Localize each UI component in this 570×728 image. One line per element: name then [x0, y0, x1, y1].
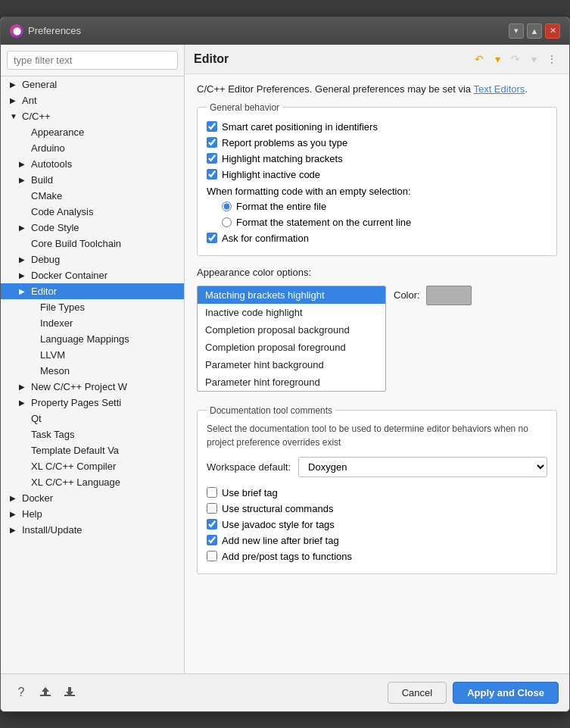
report-problems-label: Report problems as you type	[222, 137, 347, 148]
color-list-item-param-fg[interactable]: Parameter hint foreground	[198, 373, 385, 391]
sidebar-item-debug[interactable]: ▶ Debug	[1, 252, 184, 267]
sidebar-item-install-update[interactable]: ▶ Install/Update	[1, 522, 184, 538]
sidebar-item-core-build[interactable]: Core Build Toolchain	[1, 236, 184, 252]
sidebar-item-label: Debug	[31, 254, 60, 265]
arrow-icon: ▶	[19, 383, 28, 391]
arrow-icon: ▶	[10, 526, 19, 534]
sidebar-item-appearance[interactable]: Appearance	[1, 124, 184, 140]
highlight-brackets-checkbox[interactable]	[207, 153, 217, 164]
sidebar-item-task-tags[interactable]: Task Tags	[1, 426, 184, 442]
text-editors-link[interactable]: Text Editors	[473, 83, 525, 95]
color-list: Matching brackets highlight Inactive cod…	[197, 286, 386, 392]
sidebar-item-label: Help	[22, 508, 42, 520]
titlebar-controls: ▾ ▲ ✕	[509, 23, 560, 39]
color-list-item-completion-fg[interactable]: Completion proposal foreground	[198, 339, 385, 356]
maximize-button[interactable]: ▲	[527, 23, 542, 39]
sidebar-item-qt[interactable]: Qt	[1, 411, 184, 426]
editor-description: C/C++ Editor Preferences. General prefer…	[197, 83, 557, 95]
back-button[interactable]: ↶	[471, 51, 487, 67]
pre-post-tags-checkbox[interactable]	[207, 551, 217, 561]
dropdown-button[interactable]: ▾	[489, 51, 506, 67]
import-button[interactable]	[36, 683, 55, 702]
sidebar-item-cmake[interactable]: CMake	[1, 188, 184, 204]
sidebar-item-ant[interactable]: ▶ Ant	[1, 92, 184, 108]
panel-toolbar: ↶ ▾ ↷ ▾ ⋮	[471, 51, 560, 67]
arrow-icon: ▶	[19, 398, 28, 407]
color-list-item-param-bg[interactable]: Parameter hint background	[198, 356, 385, 373]
sidebar-item-editor[interactable]: ▶ Editor	[1, 283, 184, 299]
sidebar: ▶ General ▶ Ant ▼ C/C++ Appearance Ardui…	[1, 45, 185, 673]
workspace-select[interactable]: Doxygen Qt Javadoc	[298, 457, 547, 477]
bottom-right: Cancel Apply and Close	[388, 682, 559, 704]
editor-panel: Editor ↶ ▾ ↷ ▾ ⋮ C/C++ Editor Preference…	[185, 45, 569, 673]
appearance-color-section: Appearance color options: Matching brack…	[197, 267, 557, 395]
color-list-item-completion-bg[interactable]: Completion proposal background	[198, 321, 385, 339]
sidebar-item-file-types[interactable]: File Types	[1, 299, 184, 315]
checkbox-smart-caret: Smart caret positioning in identifiers	[207, 119, 547, 135]
color-label: Color:	[394, 289, 420, 301]
sidebar-item-meson[interactable]: Meson	[1, 363, 184, 379]
brief-tag-checkbox[interactable]	[207, 487, 217, 498]
help-button[interactable]: ?	[11, 683, 31, 702]
sidebar-item-help[interactable]: ▶ Help	[1, 506, 184, 522]
sidebar-item-llvm[interactable]: LLVM	[1, 347, 184, 363]
sidebar-item-code-style[interactable]: ▶ Code Style	[1, 220, 184, 236]
workspace-label: Workspace default:	[207, 461, 291, 473]
sidebar-item-build[interactable]: ▶ Build	[1, 172, 184, 188]
close-button[interactable]: ✕	[545, 23, 560, 39]
arrow-icon: ▶	[10, 80, 19, 89]
format-statement-radio[interactable]	[222, 217, 232, 227]
minimize-button[interactable]: ▾	[509, 23, 524, 39]
sidebar-item-docker[interactable]: ▶ Docker	[1, 490, 184, 506]
sidebar-item-language-mappings[interactable]: Language Mappings	[1, 331, 184, 347]
arrow-icon: ▼	[10, 112, 19, 120]
color-list-item-inactive[interactable]: Inactive code highlight	[198, 304, 385, 321]
sidebar-item-autotools[interactable]: ▶ Autotools	[1, 156, 184, 172]
structural-commands-checkbox[interactable]	[207, 503, 217, 514]
sidebar-item-label: Indexer	[40, 317, 73, 329]
sidebar-item-cpp[interactable]: ▼ C/C++	[1, 108, 184, 124]
highlight-inactive-label: Highlight inactive code	[222, 169, 320, 180]
sidebar-item-template-default[interactable]: Template Default Va	[1, 442, 184, 458]
apply-close-button[interactable]: Apply and Close	[453, 682, 559, 704]
javadoc-style-checkbox[interactable]	[207, 519, 217, 530]
arrow-icon: ▶	[19, 287, 28, 295]
sidebar-item-label: Meson	[40, 365, 70, 376]
format-file-radio[interactable]	[222, 202, 232, 211]
sidebar-item-xl-compiler[interactable]: XL C/C++ Compiler	[1, 458, 184, 474]
sidebar-item-indexer[interactable]: Indexer	[1, 315, 184, 331]
checkbox-new-line-brief: Add new line after brief tag	[207, 533, 547, 548]
highlight-inactive-checkbox[interactable]	[207, 169, 217, 180]
ask-confirm-checkbox[interactable]	[207, 233, 217, 243]
forward-dropdown-button[interactable]: ▾	[525, 51, 542, 67]
menu-button[interactable]: ⋮	[544, 51, 560, 67]
sidebar-item-label: File Types	[40, 302, 85, 313]
new-line-brief-checkbox[interactable]	[207, 535, 217, 545]
arrow-icon: ▶	[10, 494, 19, 502]
sidebar-item-property-pages[interactable]: ▶ Property Pages Setti	[1, 395, 184, 411]
ask-confirm-label: Ask for confirmation	[222, 233, 309, 244]
sidebar-item-docker-container[interactable]: ▶ Docker Container	[1, 267, 184, 283]
sidebar-item-arduino[interactable]: Arduino	[1, 140, 184, 156]
checkbox-highlight-inactive: Highlight inactive code	[207, 167, 547, 183]
radio-format-file: Format the entire file	[222, 198, 547, 214]
sidebar-item-label: Install/Update	[22, 524, 83, 536]
javadoc-style-label: Use javadoc style for tags	[222, 519, 335, 530]
search-input[interactable]	[7, 51, 178, 70]
panel-header: Editor ↶ ▾ ↷ ▾ ⋮	[185, 45, 569, 74]
titlebar: ⬤ Preferences ▾ ▲ ✕	[1, 17, 569, 45]
smart-caret-checkbox[interactable]	[207, 121, 217, 132]
color-swatch[interactable]	[426, 286, 472, 305]
cancel-button[interactable]: Cancel	[388, 682, 447, 704]
export-button[interactable]	[60, 683, 79, 702]
pre-post-tags-label: Add pre/post tags to functions	[222, 551, 352, 562]
report-problems-checkbox[interactable]	[207, 137, 217, 148]
sidebar-item-new-cpp[interactable]: ▶ New C/C++ Project W	[1, 379, 184, 395]
color-list-item-matching[interactable]: Matching brackets highlight	[198, 286, 385, 304]
checkbox-javadoc-style: Use javadoc style for tags	[207, 517, 547, 533]
sidebar-item-code-analysis[interactable]: Code Analysis	[1, 204, 184, 220]
forward-button[interactable]: ↷	[507, 51, 524, 67]
sidebar-item-general[interactable]: ▶ General	[1, 77, 184, 92]
sidebar-item-xl-language[interactable]: XL C/C++ Language	[1, 474, 184, 490]
color-picker-area: Color:	[394, 286, 472, 305]
